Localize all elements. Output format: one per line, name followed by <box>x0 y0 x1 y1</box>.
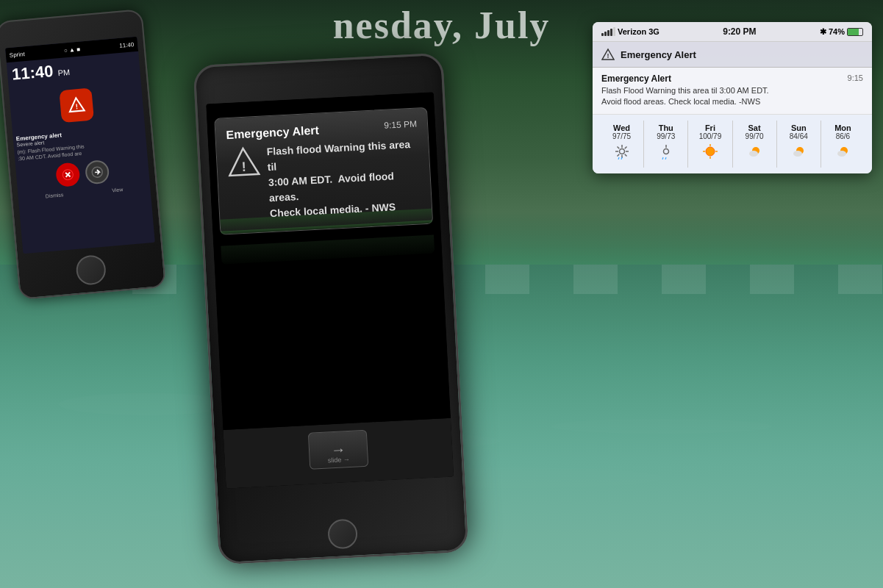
svg-text:!: ! <box>607 52 609 60</box>
svg-line-31 <box>662 157 663 159</box>
ios-notification-item: Emergency Alert 9:15 Flash Flood Warning… <box>593 68 872 115</box>
svg-point-43 <box>837 151 846 157</box>
svg-line-22 <box>617 146 619 148</box>
center-alert-body: Flash flood Warning this area til 3:00 A… <box>266 137 421 222</box>
svg-line-24 <box>624 146 626 148</box>
ios-carrier-area: Verizon 3G <box>601 27 659 36</box>
left-status-icons: ○ ▲ ■ <box>64 46 81 54</box>
left-home-button[interactable] <box>75 254 107 286</box>
svg-point-30 <box>663 148 668 154</box>
svg-text:!: ! <box>75 102 78 110</box>
center-android-phone: Emergency Alert 9:15 PM ! Fl <box>193 53 468 565</box>
ios-bluetooth-icon: ✱ <box>820 27 826 37</box>
ios-weather-strip: Wed 97/75 <box>593 115 872 173</box>
ios-notif-title: Emergency Alert <box>601 74 671 84</box>
ios-battery-icon <box>847 28 863 36</box>
svg-point-33 <box>706 147 715 156</box>
ios-battery-pct: 74% <box>829 27 845 36</box>
dismiss-button[interactable] <box>55 162 81 187</box>
ios-notif-body: Flash Flood Warning this area til 3:00 A… <box>601 85 863 108</box>
ios-notification-panel: Verizon 3G 9:20 PM ✱ 74% ! Emergency Ale… <box>593 22 872 173</box>
center-alert-box: Emergency Alert 9:15 PM ! Fl <box>214 107 433 235</box>
left-ampm: PM <box>57 68 70 77</box>
ios-time: 9:20 PM <box>723 26 756 37</box>
ios-weather-day-mon: Mon 86/6 <box>821 121 865 168</box>
svg-point-39 <box>749 151 758 157</box>
ios-warning-icon: ! <box>601 48 615 61</box>
ios-alert-header-text: Emergency Alert <box>621 49 696 60</box>
svg-text:!: ! <box>241 159 246 174</box>
ios-signal-bars <box>601 27 615 36</box>
ios-weather-days: Wed 97/75 <box>600 121 865 168</box>
view-label: View <box>112 187 124 193</box>
ios-battery-area: ✱ 74% <box>820 27 863 37</box>
left-carrier: Sprint <box>9 51 25 59</box>
left-android-phone: Sprint ○ ▲ ■ 11:40 11:40 PM ! Emergency … <box>0 9 166 300</box>
center-warning-icon: ! <box>226 145 260 179</box>
ios-alert-header: ! Emergency Alert <box>593 42 872 68</box>
ios-weather-day-wed: Wed 97/75 <box>600 121 644 168</box>
ios-notif-time: 9:15 <box>848 74 863 84</box>
svg-line-27 <box>618 157 619 159</box>
view-button[interactable] <box>85 159 110 185</box>
center-alert-time: 9:15 PM <box>384 119 417 131</box>
ios-weather-day-fri: Fri 100/79 <box>688 121 732 168</box>
ios-carrier-name: Verizon <box>618 27 646 36</box>
ios-weather-day-sun: Sun 84/64 <box>777 121 821 168</box>
svg-line-28 <box>621 157 622 159</box>
left-time-small: 11:40 <box>119 41 135 49</box>
ios-status-bar: Verizon 3G 9:20 PM ✱ 74% <box>593 22 872 42</box>
svg-line-32 <box>665 157 666 159</box>
center-home-button[interactable] <box>327 519 358 550</box>
ios-weather-day-sat: Sat 99/70 <box>733 121 777 168</box>
svg-point-41 <box>793 151 802 157</box>
svg-line-25 <box>617 154 619 156</box>
ios-network-type: 3G <box>648 27 659 36</box>
dismiss-label: Dismiss <box>46 192 64 198</box>
left-alert-icon: ! <box>59 87 94 123</box>
slide-label: slide → <box>328 456 350 465</box>
svg-line-23 <box>624 154 626 156</box>
slide-button[interactable]: → slide → <box>308 430 369 470</box>
center-alert-title: Emergency Alert <box>226 124 319 143</box>
svg-point-26 <box>619 148 624 154</box>
ios-weather-day-thu: Thu 99/73 <box>644 121 688 168</box>
